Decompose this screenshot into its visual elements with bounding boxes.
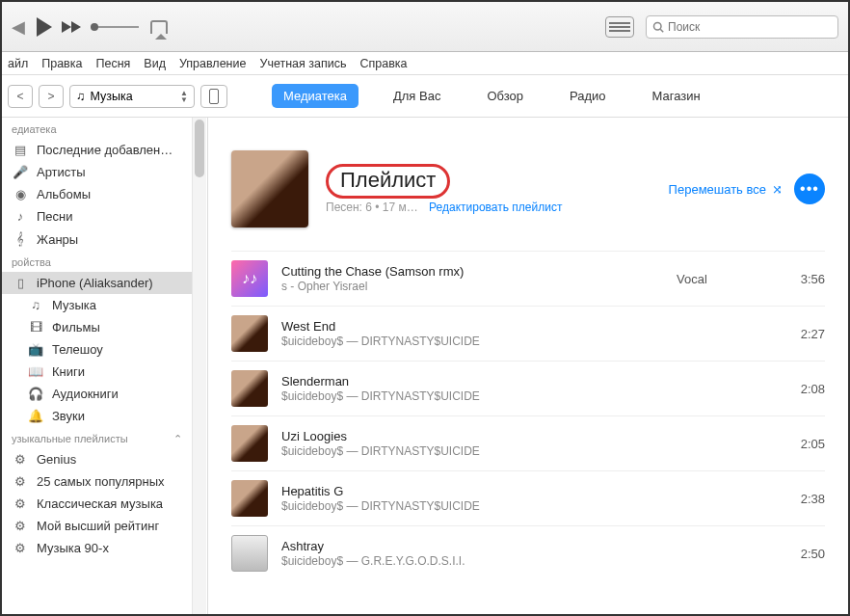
nav-back-icon[interactable]: ◀ <box>12 16 25 38</box>
track-subtitle: $uicideboy$ — DIRTYNASTY$UICIDE <box>281 499 663 513</box>
phone-icon: ▯ <box>12 276 29 290</box>
track-subtitle: $uicideboy$ — DIRTYNASTY$UICIDE <box>281 389 663 403</box>
track-subtitle: $uicideboy$ — G.R.E.Y.G.O.D.S.I.I. <box>281 554 663 568</box>
menu-account[interactable]: Учетная запись <box>259 57 346 70</box>
tracklist: ♪♪Cutting the Chase (Samson rmx)s - Ophe… <box>231 251 825 580</box>
device-button[interactable] <box>200 85 227 108</box>
track-duration: 2:08 <box>777 382 825 396</box>
track-duration: 2:50 <box>777 547 825 561</box>
track-row[interactable]: ♪♪Cutting the Chase (Samson rmx)s - Ophe… <box>231 251 825 306</box>
sidebar-item[interactable]: 📺Телешоу <box>2 338 192 361</box>
search-box[interactable] <box>646 15 838 39</box>
edit-playlist-link[interactable]: Редактировать плейлист <box>429 201 562 214</box>
sidebar-section-header: узыкальные плейлисты ⌃ <box>2 427 192 448</box>
gear-icon: ⚙ <box>12 519 29 533</box>
tab-browse[interactable]: Обзор <box>475 84 535 108</box>
film-icon: 🎞 <box>27 320 44 335</box>
play-icon[interactable] <box>37 17 52 37</box>
sidebar-item[interactable]: ♫Музыка <box>2 294 192 316</box>
tab-radio[interactable]: Радио <box>558 84 618 108</box>
tab-store[interactable]: Магазин <box>641 84 712 108</box>
more-button[interactable]: ••• <box>794 174 825 204</box>
sidebar-item[interactable]: ▤Последние добавлен… <box>2 139 192 161</box>
menu-bar: айл Правка Песня Вид Управление Учетная … <box>2 52 848 75</box>
track-artwork <box>231 425 268 462</box>
audio-icon: 🎧 <box>27 387 44 401</box>
track-row[interactable]: Uzi Loogies$uicideboy$ — DIRTYNASTY$UICI… <box>231 415 825 470</box>
search-icon <box>652 21 664 33</box>
menu-controls[interactable]: Управление <box>179 57 247 70</box>
genre-icon: 𝄞 <box>12 231 29 247</box>
track-artwork <box>231 315 268 352</box>
sidebar-item[interactable]: ⚙Genius <box>2 448 192 470</box>
sidebar-item-label: Фильмы <box>52 320 100 335</box>
menu-file[interactable]: айл <box>8 57 28 70</box>
menu-song[interactable]: Песня <box>95 57 130 70</box>
track-title: Hepatitis G <box>281 484 663 498</box>
gear-icon: ⚙ <box>12 474 29 489</box>
sidebar-item-label: iPhone (Aliaksander) <box>37 276 153 290</box>
nav-arrows: ◀ <box>12 16 25 38</box>
sidebar-item-label: Жанры <box>37 232 78 247</box>
menu-view[interactable]: Вид <box>144 57 166 70</box>
shuffle-all-link[interactable]: Перемешать все ⤨ <box>669 182 783 197</box>
tab-foryou[interactable]: Для Вас <box>382 84 452 108</box>
track-row[interactable]: West End$uicideboy$ — DIRTYNASTY$UICIDE2… <box>231 306 825 361</box>
sidebar-item[interactable]: ⚙Классическая музыка <box>2 493 192 515</box>
sidebar-item[interactable]: 𝄞Жанры <box>2 228 192 251</box>
search-input[interactable] <box>668 20 832 34</box>
track-subtitle: $uicideboy$ — DIRTYNASTY$UICIDE <box>281 444 663 458</box>
chevron-updown-icon: ▲▼ <box>180 90 188 103</box>
gear-icon: ⚙ <box>12 452 29 467</box>
sidebar: едиатека▤Последние добавлен…🎤Артисты◉Аль… <box>2 118 208 614</box>
history-fwd-button[interactable]: > <box>39 85 64 108</box>
track-subtitle: s - Opher Yisrael <box>281 280 663 293</box>
phone-icon <box>209 89 219 104</box>
track-row[interactable]: Slenderman$uicideboy$ — DIRTYNASTY$UICID… <box>231 361 825 415</box>
airplay-icon[interactable] <box>150 20 168 34</box>
track-title: Uzi Loogies <box>281 429 663 443</box>
sidebar-scrollbar[interactable] <box>192 118 206 614</box>
playlist-artwork[interactable] <box>231 150 308 228</box>
sidebar-item[interactable]: ▯iPhone (Aliaksander) <box>2 272 192 294</box>
history-back-button[interactable]: < <box>8 85 33 108</box>
track-artwork <box>231 370 268 407</box>
track-artwork: ♪♪ <box>231 260 268 297</box>
album-icon: ◉ <box>12 187 29 201</box>
tv-icon: 📺 <box>27 342 44 357</box>
sidebar-item[interactable]: 🎤Артисты <box>2 161 192 183</box>
track-duration: 3:56 <box>777 272 825 286</box>
fast-forward-icon[interactable] <box>62 21 81 33</box>
sidebar-item[interactable]: ◉Альбомы <box>2 183 192 205</box>
gear-icon: ⚙ <box>12 496 29 511</box>
sidebar-section-header: едиатека <box>2 118 192 139</box>
media-type-label: Музыка <box>90 90 132 103</box>
sidebar-item[interactable]: ♪Песни <box>2 205 192 228</box>
list-view-icon[interactable] <box>605 16 634 38</box>
media-type-select[interactable]: ♫ Музыка ▲▼ <box>69 85 195 108</box>
menu-edit[interactable]: Правка <box>41 57 82 70</box>
sidebar-item-label: Музыка 90-х <box>37 541 109 555</box>
track-artwork <box>231 480 268 517</box>
track-row[interactable]: Ashtray$uicideboy$ — G.R.E.Y.G.O.D.S.I.I… <box>231 525 825 580</box>
chevron-up-icon[interactable]: ⌃ <box>173 433 182 445</box>
menu-help[interactable]: Справка <box>359 57 407 70</box>
sidebar-item[interactable]: ⚙Музыка 90-х <box>2 537 192 559</box>
sidebar-item-label: Звуки <box>52 409 85 423</box>
content: Плейлист Песен: 6 • 17 м… Редактировать … <box>208 118 848 614</box>
sidebar-item[interactable]: ⚙Мой высший рейтинг <box>2 515 192 537</box>
sidebar-item-label: Альбомы <box>37 187 91 201</box>
playlist-title[interactable]: Плейлист <box>326 164 450 199</box>
artist-icon: 🎤 <box>12 165 29 179</box>
sidebar-item[interactable]: 🎞Фильмы <box>2 316 192 338</box>
volume-slider[interactable] <box>91 26 139 28</box>
music-note-icon: ♫ <box>76 90 85 103</box>
track-duration: 2:38 <box>777 492 825 506</box>
sidebar-item-label: Музыка <box>52 298 96 312</box>
sidebar-item[interactable]: 🎧Аудиокниги <box>2 383 192 405</box>
sidebar-item[interactable]: 🔔Звуки <box>2 405 192 427</box>
tab-library[interactable]: Медиатека <box>272 84 359 108</box>
track-row[interactable]: Hepatitis G$uicideboy$ — DIRTYNASTY$UICI… <box>231 470 825 525</box>
sidebar-item[interactable]: ⚙25 самых популярных <box>2 470 192 493</box>
sidebar-item[interactable]: 📖Книги <box>2 361 192 383</box>
